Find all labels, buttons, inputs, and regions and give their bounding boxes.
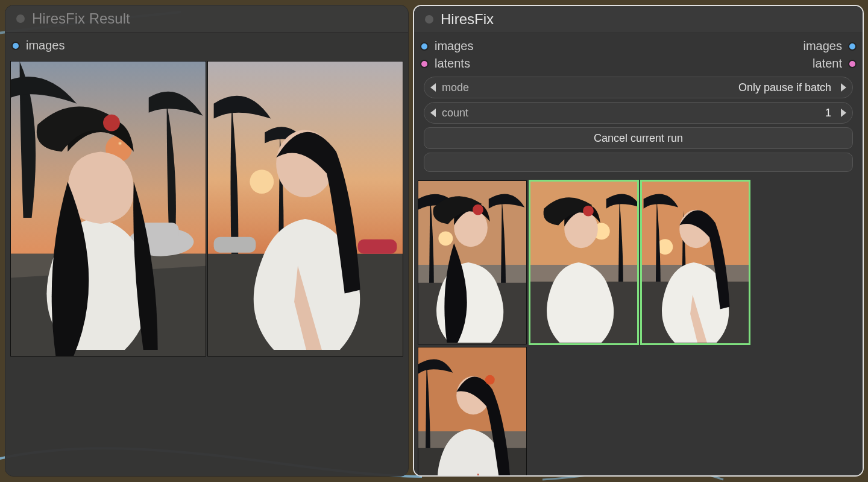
input-port-images[interactable]: images xyxy=(420,39,473,53)
input-port-latents[interactable]: latents xyxy=(420,57,470,71)
svg-point-17 xyxy=(473,205,483,215)
widget-empty[interactable] xyxy=(424,153,853,172)
result-image[interactable] xyxy=(10,61,206,357)
output-port-latent[interactable]: latent xyxy=(813,57,857,71)
widget-label: mode xyxy=(442,81,469,94)
port-dot-icon xyxy=(848,60,857,68)
port-dot-icon xyxy=(848,42,857,51)
svg-rect-9 xyxy=(214,237,256,253)
port-label-images: images xyxy=(26,39,64,52)
gallery-thumb[interactable] xyxy=(529,180,638,344)
widget-value: Only pause if batch xyxy=(475,81,835,94)
port-label: images xyxy=(804,39,842,53)
button-label: Cancel current run xyxy=(594,132,683,145)
port-dot-icon xyxy=(420,42,429,51)
chevron-left-icon[interactable] xyxy=(430,83,436,92)
node-header[interactable]: HiresFix Result xyxy=(5,5,408,33)
gallery-thumb[interactable] xyxy=(418,347,527,477)
port-label: images xyxy=(435,39,473,53)
port-dot-icon xyxy=(420,60,429,68)
node-header[interactable]: HiresFix xyxy=(414,6,863,33)
port-label: latent xyxy=(813,57,842,71)
chevron-left-icon[interactable] xyxy=(430,109,436,117)
output-port-images[interactable]: images xyxy=(804,39,857,53)
port-label: latents xyxy=(435,57,470,71)
gallery-thumb[interactable] xyxy=(418,180,527,344)
widget-label: count xyxy=(442,107,468,119)
node-hiresfix-result[interactable]: HiresFix Result images xyxy=(5,5,409,477)
widget-count[interactable]: count 1 xyxy=(424,102,853,124)
svg-point-33 xyxy=(485,375,495,385)
svg-point-14 xyxy=(438,231,453,246)
node-title: HiresFix Result xyxy=(32,10,130,27)
port-row-images: images xyxy=(11,39,402,52)
chevron-right-icon[interactable] xyxy=(841,83,846,92)
chevron-right-icon[interactable] xyxy=(841,109,846,117)
svg-rect-10 xyxy=(358,239,397,254)
result-image-area xyxy=(5,61,408,476)
result-image[interactable] xyxy=(207,61,403,357)
port-dot-icon[interactable] xyxy=(11,42,20,50)
widget-mode[interactable]: mode Only pause if batch xyxy=(424,77,853,98)
svg-point-23 xyxy=(583,206,594,217)
node-title: HiresFix xyxy=(441,11,494,28)
node-hiresfix[interactable]: HiresFix images images latents latent xyxy=(413,5,864,477)
svg-point-5 xyxy=(103,115,120,132)
hiresfix-gallery xyxy=(414,180,863,477)
cancel-run-button[interactable]: Cancel current run xyxy=(424,127,853,149)
collapse-dot-icon[interactable] xyxy=(425,15,433,24)
collapse-dot-icon[interactable] xyxy=(16,14,25,23)
widget-value: 1 xyxy=(474,107,835,119)
svg-point-7 xyxy=(250,170,274,194)
gallery-thumb[interactable] xyxy=(641,180,750,344)
